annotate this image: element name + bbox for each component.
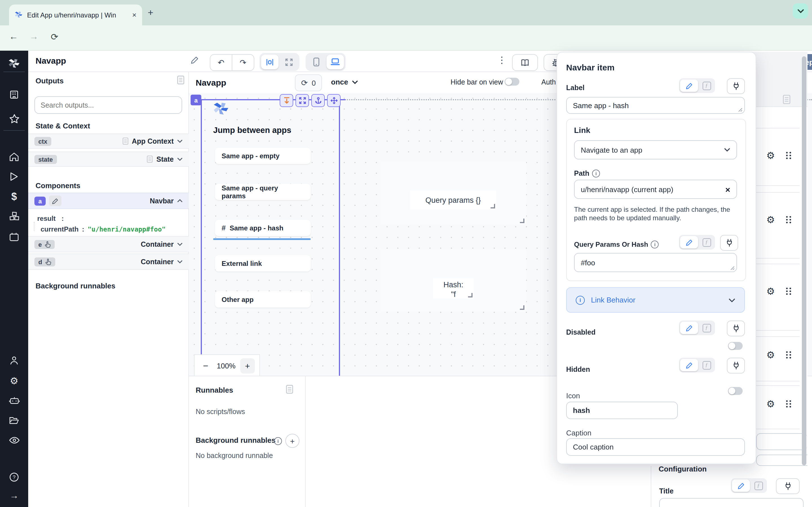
sidebar-item-resources[interactable] <box>0 210 28 223</box>
browser-tab[interactable]: Edit App u/henri/navapp | Win × <box>9 4 142 25</box>
caption-input[interactable]: Cool caption <box>566 438 745 456</box>
component-row-navbar[interactable]: a Navbar <box>28 193 189 209</box>
browser-profile-chevron-button[interactable] <box>793 3 808 18</box>
chevron-up-icon[interactable] <box>177 199 183 203</box>
nav-item-other-app[interactable]: Other app <box>215 291 311 307</box>
selection-border-left[interactable] <box>201 99 202 376</box>
windmill-logo-icon[interactable] <box>0 57 28 70</box>
disabled-toggle[interactable] <box>728 342 743 350</box>
chevron-down-icon[interactable] <box>177 260 183 264</box>
mobile-preview-button[interactable] <box>307 55 325 69</box>
link-behavior-accordion[interactable]: i Link Behavior <box>566 287 745 313</box>
function-mode-button[interactable]: ƒ <box>699 361 714 369</box>
sidebar-item-variables[interactable]: $ <box>0 190 28 203</box>
query-params-textarea[interactable]: #foo <box>574 253 737 272</box>
sidebar-item-home[interactable] <box>0 150 28 163</box>
undo-button[interactable]: ↶ <box>210 55 232 70</box>
sidebar-item-workers-robot-icon[interactable] <box>0 394 28 407</box>
output-row-state[interactable]: state State <box>28 152 189 167</box>
path-select-input[interactable]: u/henri/navapp (current app) × <box>574 180 737 199</box>
info-icon[interactable]: i <box>592 170 600 177</box>
more-options-kebab-icon[interactable]: ⋮ <box>497 55 506 65</box>
static-mode-button[interactable] <box>680 322 698 334</box>
chevron-down-icon[interactable] <box>177 242 183 246</box>
nav-item-same-app-hash[interactable]: # Same app - hash <box>215 220 311 236</box>
static-mode-button[interactable] <box>680 79 698 92</box>
settings-scrollbar-thumb[interactable] <box>802 56 806 465</box>
drag-grip-icon[interactable] <box>785 152 792 159</box>
fullscreen-component-button[interactable] <box>296 94 309 107</box>
component-gear-icon[interactable]: ⚙ <box>766 286 775 297</box>
sidebar-item-settings-gear-icon[interactable]: ⚙ <box>0 374 28 388</box>
hidden-toggle[interactable] <box>728 387 743 395</box>
drag-grip-icon[interactable] <box>785 400 792 408</box>
component-gear-icon[interactable]: ⚙ <box>766 214 775 226</box>
function-mode-button[interactable]: ƒ <box>699 324 714 332</box>
resize-handle-icon[interactable] <box>520 305 524 310</box>
sidebar-item-apps[interactable] <box>0 88 28 101</box>
zoom-out-button[interactable]: − <box>199 361 212 371</box>
connect-plug-button[interactable] <box>727 321 745 336</box>
sidebar-item-logs-eye-icon[interactable] <box>0 433 28 447</box>
fullscreen-layout-button[interactable] <box>280 55 298 69</box>
nav-item-same-app-empty[interactable]: Same app - empty <box>215 148 311 164</box>
static-mode-button[interactable] <box>732 480 750 492</box>
anchor-component-button[interactable] <box>311 94 325 107</box>
selected-component-tag[interactable]: a <box>191 95 201 105</box>
desktop-preview-button[interactable] <box>326 55 344 69</box>
hash-text-box[interactable]: Hash: "f <box>433 278 474 298</box>
icon-input[interactable]: hash <box>566 402 678 419</box>
label-textarea[interactable]: Same app - hash <box>566 97 745 114</box>
function-mode-button[interactable]: ƒ <box>751 482 766 490</box>
drag-grip-icon[interactable] <box>785 216 792 224</box>
tab-close-icon[interactable]: × <box>132 11 137 19</box>
sidebar-item-favorites[interactable] <box>0 112 28 126</box>
hide-bar-toggle[interactable] <box>505 78 519 86</box>
edit-title-pencil-icon[interactable] <box>191 56 199 64</box>
sidebar-item-folders[interactable] <box>0 413 28 427</box>
settings-doc-icon[interactable] <box>783 95 791 104</box>
help-icon[interactable]: ? <box>0 470 28 484</box>
zoom-in-button[interactable]: + <box>240 358 255 374</box>
expand-down-button[interactable] <box>280 94 293 107</box>
resize-handle-icon[interactable] <box>520 219 524 223</box>
current-path-row[interactable]: currentPath : "u/henri/navapp#foo" <box>41 225 166 233</box>
resize-grip-icon[interactable] <box>730 266 735 270</box>
component-row-container-e[interactable]: e Container <box>28 236 189 252</box>
connect-plug-button[interactable] <box>727 78 745 94</box>
static-mode-button[interactable] <box>680 359 698 371</box>
hash-container[interactable]: Hash: "f <box>380 249 526 312</box>
redo-button[interactable]: ↷ <box>232 55 254 70</box>
function-mode-button[interactable]: ƒ <box>699 81 714 90</box>
forward-icon[interactable]: → <box>29 32 38 42</box>
centered-layout-button[interactable] <box>261 55 278 69</box>
runnables-doc-icon[interactable] <box>286 385 293 394</box>
output-row-ctx[interactable]: ctx App Context <box>28 133 189 149</box>
title-input[interactable]: Jump between apps <box>659 498 804 507</box>
nav-item-external-link[interactable]: External link <box>215 255 311 272</box>
query-params-text-box[interactable]: Query params {} <box>410 190 496 210</box>
collapse-rail-arrow-icon[interactable]: → <box>0 489 28 503</box>
move-component-button[interactable] <box>327 94 341 107</box>
refresh-group[interactable]: ⟳ 0 <box>295 74 322 91</box>
component-gear-icon[interactable]: ⚙ <box>766 150 775 162</box>
query-params-container[interactable]: Query params {} <box>380 162 526 225</box>
info-icon[interactable]: i <box>274 437 282 445</box>
rename-pencil-icon[interactable] <box>49 195 61 206</box>
info-icon[interactable]: i <box>651 240 659 248</box>
sidebar-item-schedules[interactable] <box>0 230 28 243</box>
outputs-doc-icon[interactable] <box>177 75 185 84</box>
nav-item-query-params[interactable]: Same app - query params <box>215 184 311 200</box>
component-row-container-d[interactable]: d Container <box>28 253 189 270</box>
reload-icon[interactable]: ⟳ <box>51 32 58 42</box>
connect-plug-button[interactable] <box>720 235 738 251</box>
resize-grip-icon[interactable] <box>738 108 743 112</box>
sidebar-item-users[interactable] <box>0 354 28 367</box>
selection-border-right[interactable] <box>339 99 340 376</box>
chevron-down-icon[interactable] <box>177 157 183 161</box>
chevron-down-icon[interactable] <box>177 139 183 143</box>
drag-grip-icon[interactable] <box>785 351 792 359</box>
add-background-runnable-button[interactable]: + <box>285 434 299 448</box>
component-gear-icon[interactable]: ⚙ <box>766 398 775 410</box>
drag-grip-icon[interactable] <box>785 287 792 295</box>
